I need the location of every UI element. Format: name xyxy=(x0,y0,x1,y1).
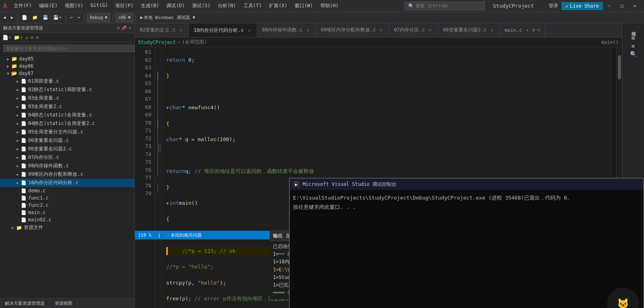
menu-project[interactable]: 项目(P) xyxy=(112,2,137,10)
menu-window[interactable]: 窗口(W) xyxy=(291,2,316,10)
menu-git[interactable]: Git(G) xyxy=(87,2,111,10)
undo-button[interactable]: ↩ xyxy=(68,14,74,21)
list-item[interactable]: 📄func1.c xyxy=(0,194,134,202)
login-button[interactable]: 登录 xyxy=(545,2,561,10)
minimize-button[interactable]: ─ xyxy=(603,2,615,10)
breadcrumb-function[interactable]: main() xyxy=(601,40,619,45)
list-item[interactable]: 📄main02.c xyxy=(0,216,134,223)
list-item[interactable]: ▶📄03全局变量2.c xyxy=(0,102,134,111)
tab-solution-explorer[interactable]: 解决方案资源管理器 xyxy=(0,299,50,308)
list-item[interactable]: ▶📄08内存操作函数.c xyxy=(0,162,134,170)
list-item[interactable]: ▶📄03全局变量.c xyxy=(0,94,134,102)
tab-close-icon[interactable]: ✕ xyxy=(427,28,433,32)
save-button[interactable]: 💾 xyxy=(41,14,50,21)
menu-view[interactable]: 视图(V) xyxy=(62,2,87,10)
tab-main[interactable]: main.c ✕ ⊞ ≡ xyxy=(500,23,545,37)
list-item[interactable]: ▶📄09堆区内存分配和释放.c xyxy=(0,170,134,179)
list-item[interactable]: ▶📄06变量重名问题.c xyxy=(0,136,134,145)
expand-arrow: ▶ xyxy=(14,130,21,134)
sidebar-close-icon[interactable]: ✕ xyxy=(128,25,131,31)
tab-06var2[interactable]: 06变量重名问题2.c ✕ xyxy=(438,23,500,37)
expand-icon[interactable]: ▼ xyxy=(166,200,169,206)
menu-debug[interactable]: 调试(D) xyxy=(163,2,188,10)
tab-02var[interactable]: 02变量的定义.c ✕ xyxy=(135,23,189,37)
tree-item-day06[interactable]: ▶ 📁 day06 xyxy=(0,62,134,70)
list-item[interactable]: ▶📄04静态(static)全局变量2.c xyxy=(0,119,134,128)
tab-close-icon[interactable]: ✕ xyxy=(378,28,384,32)
tab-09heap[interactable]: 09堆区内存分配和释放.c ✕ xyxy=(316,23,389,37)
list-item[interactable]: ▶📄07内存分区.c xyxy=(0,153,134,162)
tab-split-icon[interactable]: ⊞ xyxy=(533,28,535,32)
props-sort-icon[interactable]: ≡ xyxy=(632,43,635,49)
list-item[interactable]: 📄func2.c xyxy=(0,202,134,209)
live-share-label: Live Share xyxy=(570,3,599,9)
tree-item-day05[interactable]: ▶ 📁 day05 xyxy=(0,55,134,62)
platform-dropdown[interactable]: x86 ▼ xyxy=(116,13,134,22)
list-item[interactable]: ▶📄01局部变量.c xyxy=(0,77,134,85)
new-file-button[interactable]: 📄 xyxy=(20,14,29,21)
menu-test[interactable]: 测试(S) xyxy=(189,2,214,10)
tree-item-day07[interactable]: ▼ 📂 day07 xyxy=(0,70,134,77)
run-button[interactable]: ▶ 本地 Windows 调试器 ▼ xyxy=(138,14,196,21)
refresh-icon[interactable]: ↺ xyxy=(24,34,29,41)
list-item[interactable]: 📄main.c xyxy=(0,209,134,216)
menu-build[interactable]: 生成(B) xyxy=(138,2,163,10)
menu-tools[interactable]: 工具(T) xyxy=(240,2,265,10)
expand-arrow: ▶ xyxy=(14,147,21,151)
tab-close-icon[interactable]: ✕ xyxy=(524,28,530,32)
tab-close-icon[interactable]: ✕ xyxy=(246,28,252,33)
tab-close-icon[interactable]: ✕ xyxy=(305,28,311,32)
expand-icon[interactable]: ▼ xyxy=(166,105,169,111)
redo-button[interactable]: ↪ xyxy=(76,14,82,21)
list-item[interactable]: ▶📄05全局变量分文件问题.c xyxy=(0,128,134,136)
open-file-button[interactable]: 📁 xyxy=(31,14,39,21)
live-share-button[interactable]: ↗ Live Share xyxy=(561,2,603,10)
scrollbar-thumb[interactable] xyxy=(618,55,621,79)
menu-extensions[interactable]: 扩展(X) xyxy=(266,2,291,10)
tab-10memory-active[interactable]: 10内存分区代码分析.c ✕ xyxy=(189,23,257,37)
breadcrumb-scope[interactable]: (全局范围) xyxy=(182,39,207,46)
tab-close-icon[interactable]: ✕ xyxy=(489,28,495,32)
menu-analyze[interactable]: 分析(N) xyxy=(215,2,239,10)
line-num: 74 xyxy=(138,150,151,158)
filter-icon[interactable]: ≡ xyxy=(30,34,34,41)
tab-settings-icon[interactable]: ≡ xyxy=(537,28,540,32)
props-grid-icon[interactable]: ⊞ xyxy=(632,35,635,41)
breadcrumb-project[interactable]: StudyCProject xyxy=(138,40,176,45)
forward-button[interactable]: ▶ xyxy=(9,14,15,21)
tab-08memory[interactable]: 08内存操作函数.c ✕ xyxy=(257,23,316,37)
tab-resource-view[interactable]: 资源视图 xyxy=(50,299,78,308)
toolbar: ◀ ▶ 📄 📁 💾 💾+ ↩ ↪ Debug ▼ x86 ▼ ▶ 本地 Wind… xyxy=(0,12,644,23)
error-status[interactable]: ✓ 未找到相关问题 xyxy=(167,232,202,238)
indent-guide xyxy=(155,47,161,308)
search-placeholder: 搜索 (Ctrl+Q) xyxy=(416,3,449,9)
zoom-status[interactable]: 110 % xyxy=(138,233,151,238)
tab-close-icon[interactable]: ✕ xyxy=(178,28,184,32)
sidebar-search-icon[interactable]: ⚙ xyxy=(117,25,120,31)
list-item[interactable]: 📄demo.c xyxy=(0,187,134,194)
menu-file[interactable]: 文件(F) xyxy=(10,2,35,10)
search-box[interactable]: 🔍 搜索 (Ctrl+Q) xyxy=(405,2,485,10)
sidebar-search-input[interactable] xyxy=(3,45,134,52)
list-item[interactable]: ▶📄04静态(static)全局变量.c xyxy=(0,111,134,119)
list-item-selected[interactable]: ▶📄10内存分区代码分析.c xyxy=(0,179,134,187)
tab-07mem[interactable]: 07内存分区.c ✕ xyxy=(389,23,438,37)
save-all-button[interactable]: 💾+ xyxy=(52,14,63,21)
list-item[interactable]: ▶📄02静态(static)局部变量.c xyxy=(0,85,134,94)
debug-config-dropdown[interactable]: Debug ▼ xyxy=(87,13,110,22)
tab-label: 07内存分区.c xyxy=(394,27,425,33)
tree-item-label: 09堆区内存分配和释放.c xyxy=(28,171,83,178)
settings-icon[interactable]: ⚙ xyxy=(35,34,39,41)
sidebar-pin-icon[interactable]: 📌 xyxy=(121,25,127,31)
add-folder-icon[interactable]: 📁+ xyxy=(13,34,23,41)
close-button[interactable]: ✕ xyxy=(629,2,641,10)
tree-item-resources[interactable]: ▶ 📁 资源文件 xyxy=(0,223,134,232)
menu-edit[interactable]: 编辑(E) xyxy=(36,2,61,10)
add-icon[interactable]: 📄+ xyxy=(2,34,12,41)
props-search-icon[interactable]: 🔍 xyxy=(630,51,637,57)
run-label: 本地 Windows 调试器 ▼ xyxy=(144,15,195,21)
list-item[interactable]: ▶📄06变量重名问题2.c xyxy=(0,145,134,153)
back-button[interactable]: ◀ xyxy=(2,14,8,21)
maximize-button[interactable]: □ xyxy=(616,2,628,10)
menu-help[interactable]: 帮助(H) xyxy=(317,2,342,10)
